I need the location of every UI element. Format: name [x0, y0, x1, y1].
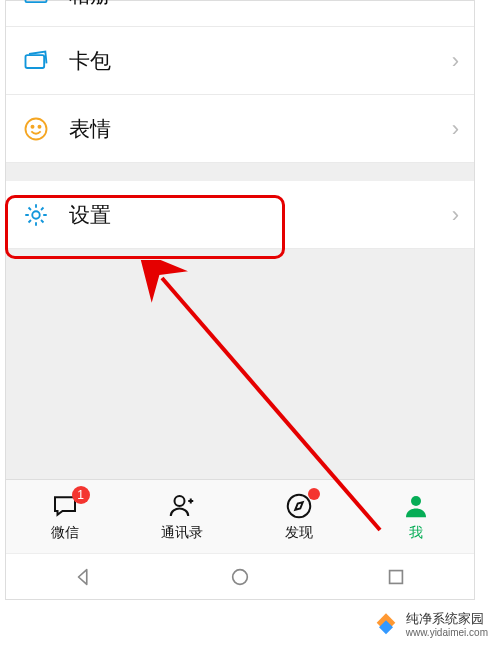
tab-me[interactable]: 我: [357, 480, 474, 553]
menu-item-settings[interactable]: 设置 ›: [6, 181, 474, 249]
album-icon: [21, 0, 51, 9]
chevron-right-icon: ›: [452, 0, 459, 7]
tab-discover[interactable]: 发现: [240, 480, 357, 553]
svg-point-8: [411, 496, 421, 506]
svg-rect-10: [390, 570, 403, 583]
watermark-title: 纯净系统家园: [406, 612, 488, 626]
svg-point-6: [174, 496, 184, 506]
sticker-icon: [21, 114, 51, 144]
menu-item-album[interactable]: 相册 ›: [6, 1, 474, 27]
menu-label-album: 相册: [69, 0, 452, 9]
svg-point-4: [38, 125, 40, 127]
menu-item-cards[interactable]: 卡包 ›: [6, 27, 474, 95]
chevron-right-icon: ›: [452, 202, 459, 228]
tab-contacts[interactable]: 通讯录: [123, 480, 240, 553]
section-gap: [6, 163, 474, 181]
chevron-right-icon: ›: [452, 48, 459, 74]
svg-rect-1: [26, 55, 45, 68]
tab-label-discover: 发现: [285, 524, 313, 542]
menu-item-stickers[interactable]: 表情 ›: [6, 95, 474, 163]
nav-home[interactable]: [185, 566, 295, 588]
menu-label-settings: 设置: [69, 201, 452, 229]
nav-back[interactable]: [29, 566, 139, 588]
tab-label-me: 我: [409, 524, 423, 542]
svg-point-3: [31, 125, 33, 127]
svg-point-7: [287, 495, 310, 518]
cards-icon: [21, 46, 51, 76]
bottom-tab-bar: 1 微信 通讯录 发现: [6, 479, 474, 553]
svg-point-5: [32, 211, 39, 218]
watermark-url: www.yidaimei.com: [406, 627, 488, 638]
contacts-icon: [167, 491, 197, 521]
watermark-logo-icon: [372, 611, 400, 639]
nav-recent[interactable]: [341, 566, 451, 588]
svg-point-9: [233, 569, 248, 584]
gear-icon: [21, 200, 51, 230]
android-nav-bar: [6, 553, 474, 599]
chats-badge: 1: [72, 486, 90, 504]
tab-chats[interactable]: 1 微信: [6, 480, 123, 553]
me-icon: [401, 491, 431, 521]
watermark: 纯净系统家园 www.yidaimei.com: [368, 609, 492, 641]
svg-point-2: [26, 118, 47, 139]
tab-label-contacts: 通讯录: [161, 524, 203, 542]
chevron-right-icon: ›: [452, 116, 459, 142]
me-page-content: 相册 › 卡包 › 表情 ›: [5, 0, 475, 600]
menu-label-stickers: 表情: [69, 115, 452, 143]
svg-rect-0: [26, 0, 47, 2]
tab-label-chats: 微信: [51, 524, 79, 542]
menu-label-cards: 卡包: [69, 47, 452, 75]
discover-dot: [308, 488, 320, 500]
